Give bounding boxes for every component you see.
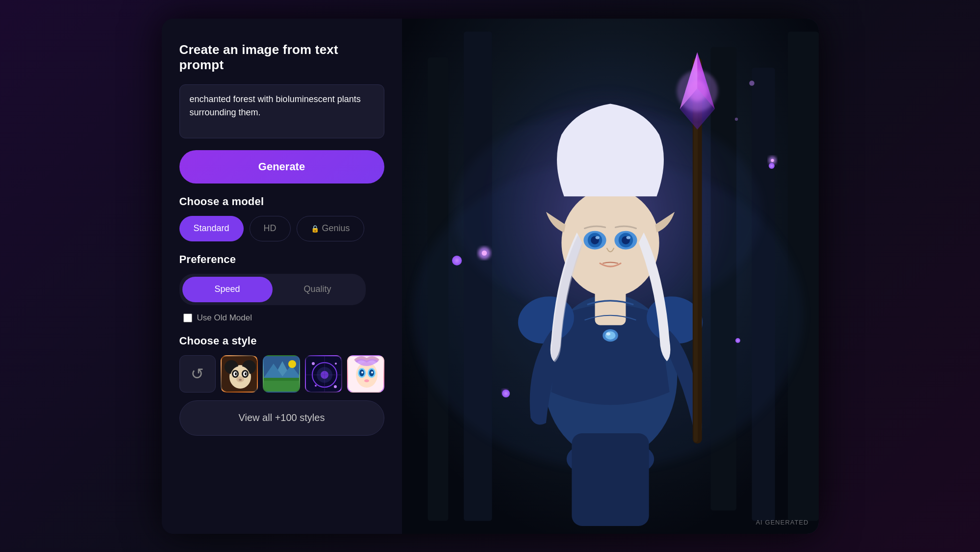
style-thumb-landscape[interactable] — [263, 355, 300, 393]
style-section: Choose a style ↺ — [179, 335, 384, 436]
preference-quality-button[interactable]: Quality — [273, 277, 363, 302]
svg-point-37 — [371, 371, 373, 373]
svg-point-27 — [335, 363, 337, 365]
svg-rect-19 — [264, 381, 300, 393]
style-thumb-scifi[interactable] — [305, 355, 342, 393]
svg-point-62 — [605, 331, 615, 340]
svg-point-9 — [235, 372, 237, 375]
view-all-styles-button[interactable]: View all +100 styles — [179, 400, 384, 436]
prompt-input[interactable]: enchanted forest with bioluminescent pla… — [179, 84, 384, 138]
model-section-title: Choose a model — [179, 195, 384, 208]
reset-icon: ↺ — [191, 365, 204, 383]
preference-section-title: Preference — [179, 253, 384, 266]
app-container: Create an image from text prompt enchant… — [162, 19, 819, 534]
generate-button[interactable]: Generate — [179, 150, 384, 184]
preference-speed-button[interactable]: Speed — [182, 277, 273, 302]
generated-image: AI GENERATED — [402, 19, 819, 534]
style-thumbnails: ↺ — [179, 355, 384, 393]
left-panel: Create an image from text prompt enchant… — [162, 19, 402, 534]
main-title: Create an image from text prompt — [179, 42, 384, 73]
old-model-label: Use Old Model — [197, 313, 252, 323]
model-genius-button[interactable]: 🔒 Genius — [297, 216, 364, 241]
svg-point-59 — [595, 236, 599, 239]
old-model-checkbox[interactable] — [183, 314, 192, 322]
preference-buttons: Speed Quality — [179, 274, 366, 305]
svg-point-72 — [481, 250, 486, 255]
svg-point-10 — [245, 372, 247, 375]
style-reset-button[interactable]: ↺ — [179, 355, 216, 393]
right-panel: AI GENERATED — [402, 19, 819, 534]
svg-rect-80 — [572, 433, 649, 526]
model-standard-button[interactable]: Standard — [179, 216, 244, 241]
svg-point-77 — [734, 117, 737, 120]
svg-point-18 — [288, 360, 296, 368]
svg-point-12 — [239, 379, 242, 381]
style-thumb-anime[interactable] — [347, 355, 384, 393]
svg-point-60 — [626, 236, 630, 239]
svg-point-29 — [334, 385, 337, 388]
lock-icon: 🔒 — [311, 225, 319, 233]
svg-point-28 — [315, 385, 317, 387]
svg-point-63 — [606, 332, 610, 335]
model-section: Choose a model Standard HD 🔒 Genius — [179, 195, 384, 241]
svg-point-76 — [749, 80, 754, 85]
svg-point-70 — [687, 80, 707, 101]
model-buttons: Standard HD 🔒 Genius — [179, 216, 384, 241]
style-section-title: Choose a style — [179, 335, 384, 347]
model-hd-button[interactable]: HD — [250, 216, 291, 241]
svg-point-36 — [361, 371, 363, 373]
svg-point-26 — [312, 362, 315, 365]
preference-section: Preference Speed Quality Use Old Model — [179, 253, 384, 323]
image-watermark: AI GENERATED — [756, 519, 809, 526]
style-thumb-panda[interactable] — [221, 355, 258, 393]
svg-point-74 — [771, 158, 774, 161]
svg-point-38 — [364, 379, 369, 382]
old-model-row: Use Old Model — [179, 313, 384, 323]
